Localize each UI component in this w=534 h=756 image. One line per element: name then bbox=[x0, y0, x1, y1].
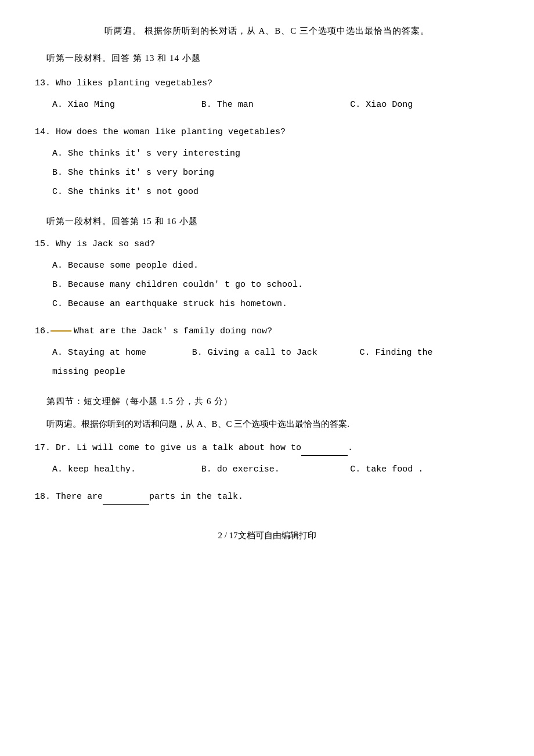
q17-option-a: A. keep healthy. bbox=[52, 462, 201, 477]
question-16: 16. What are the Jack' s family doing no… bbox=[35, 323, 499, 380]
instruction-line: 听两遍。 根据你所听到的长对话，从 A、B、C 三个选项中选出最恰当的答案。 bbox=[35, 23, 499, 39]
q14-option-b: B. She thinks it' s very boring bbox=[52, 165, 499, 181]
q14-option-c: C. She thinks it' s not good bbox=[52, 184, 499, 200]
q16-option-c-wrap: missing people bbox=[52, 364, 499, 380]
footer: 2 / 17文档可自由编辑打印 bbox=[35, 528, 499, 543]
q14-option-a: A. She thinks it' s very interesting bbox=[52, 146, 499, 161]
section1-header: 听第一段材料。回答 第 13 和 14 小题 bbox=[46, 51, 499, 66]
q17-option-b: B. do exercise. bbox=[201, 462, 351, 477]
question-14: 14. How does the woman like planting veg… bbox=[35, 124, 499, 200]
q16-stem: 16. What are the Jack' s family doing no… bbox=[35, 323, 499, 339]
q13-options: A. Xiao Ming B. The man C. Xiao Dong bbox=[52, 97, 499, 113]
q15-option-b: B. Because many children couldn' t go to… bbox=[52, 277, 499, 293]
q16-option-a: A. Staying at home bbox=[52, 345, 192, 361]
section3-header: 第四节：短文理解（每小题 1.5 分，共 6 分） bbox=[46, 394, 499, 409]
q15-stem: 15. Why is Jack so sad? bbox=[35, 236, 499, 252]
instruction2: 听两遍。根据你听到的对话和问题，从 A、B、C 三个选项中选出最恰当的答案. bbox=[46, 416, 499, 432]
q13-option-a: A. Xiao Ming bbox=[52, 97, 201, 113]
question-13: 13. Who likes planting vegetables? A. Xi… bbox=[35, 75, 499, 113]
question-18: 18. There areparts in the talk. bbox=[35, 489, 499, 505]
question-15: 15. Why is Jack so sad? A. Because some … bbox=[35, 236, 499, 312]
q17-option-c: C. take food . bbox=[350, 462, 499, 477]
q14-stem: 14. How does the woman like planting veg… bbox=[35, 124, 499, 140]
q16-options: A. Staying at home B. Giving a call to J… bbox=[52, 345, 499, 361]
q13-option-b: B. The man bbox=[201, 97, 351, 113]
q16-option-c: C. Finding the bbox=[359, 345, 499, 361]
q16-option-b: B. Giving a call to Jack bbox=[192, 345, 360, 361]
question-17: 17. Dr. Li will come to give us a talk a… bbox=[35, 440, 499, 477]
q15-option-a: A. Because some people died. bbox=[52, 258, 499, 273]
q18-stem: 18. There areparts in the talk. bbox=[35, 489, 499, 505]
q13-option-c: C. Xiao Dong bbox=[350, 97, 499, 113]
q17-blank bbox=[301, 455, 348, 456]
q16-stem-text: What are the Jack' s family doing now? bbox=[74, 323, 272, 339]
q18-blank bbox=[103, 504, 149, 505]
q16-underline-prefix bbox=[50, 330, 71, 332]
q16-prefix: 16. bbox=[35, 323, 50, 339]
q15-option-c: C. Because an earthquake struck his home… bbox=[52, 296, 499, 312]
q17-stem: 17. Dr. Li will come to give us a talk a… bbox=[35, 440, 499, 456]
q13-stem: 13. Who likes planting vegetables? bbox=[35, 75, 499, 91]
q17-options: A. keep healthy. B. do exercise. C. take… bbox=[52, 462, 499, 477]
instruction-text: 听两遍。 根据你所听到的长对话，从 A、B、C 三个选项中选出最恰当的答案。 bbox=[104, 26, 430, 35]
section2-header: 听第一段材料。回答第 15 和 16 小题 bbox=[46, 214, 499, 229]
